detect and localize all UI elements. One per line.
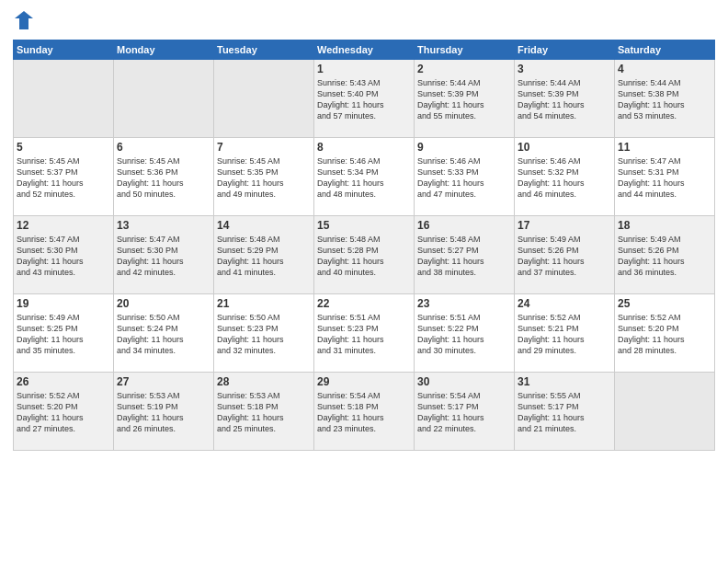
calendar-cell: 13Sunrise: 5:47 AM Sunset: 5:30 PM Dayli… xyxy=(114,215,214,293)
cell-info: Sunrise: 5:51 AM Sunset: 5:23 PM Dayligh… xyxy=(317,312,411,357)
calendar-cell: 29Sunrise: 5:54 AM Sunset: 5:18 PM Dayli… xyxy=(314,372,415,450)
cell-info: Sunrise: 5:51 AM Sunset: 5:22 PM Dayligh… xyxy=(417,312,511,357)
day-number: 5 xyxy=(17,141,110,154)
day-number: 21 xyxy=(217,297,311,310)
day-number: 8 xyxy=(317,141,411,154)
calendar-cell: 22Sunrise: 5:51 AM Sunset: 5:23 PM Dayli… xyxy=(314,293,415,372)
day-number: 17 xyxy=(518,219,611,232)
day-number: 29 xyxy=(317,375,411,388)
logo-text xyxy=(13,9,33,36)
calendar-cell: 2Sunrise: 5:44 AM Sunset: 5:39 PM Daylig… xyxy=(415,59,515,137)
cell-info: Sunrise: 5:50 AM Sunset: 5:24 PM Dayligh… xyxy=(117,312,210,357)
calendar-table: SundayMondayTuesdayWednesdayThursdayFrid… xyxy=(13,40,715,451)
cell-info: Sunrise: 5:52 AM Sunset: 5:20 PM Dayligh… xyxy=(618,312,711,357)
day-number: 31 xyxy=(518,375,611,388)
calendar-cell: 23Sunrise: 5:51 AM Sunset: 5:22 PM Dayli… xyxy=(415,293,515,372)
cell-info: Sunrise: 5:47 AM Sunset: 5:30 PM Dayligh… xyxy=(17,234,110,279)
day-number: 4 xyxy=(618,63,711,75)
calendar-cell: 5Sunrise: 5:45 AM Sunset: 5:37 PM Daylig… xyxy=(14,137,114,215)
day-number: 22 xyxy=(317,297,411,310)
day-number: 24 xyxy=(518,297,611,310)
day-number: 2 xyxy=(417,63,511,75)
calendar-week-row: 26Sunrise: 5:52 AM Sunset: 5:20 PM Dayli… xyxy=(14,372,715,450)
cell-info: Sunrise: 5:50 AM Sunset: 5:23 PM Dayligh… xyxy=(217,312,311,357)
day-number: 28 xyxy=(217,375,311,388)
cell-info: Sunrise: 5:44 AM Sunset: 5:38 PM Dayligh… xyxy=(618,77,711,122)
day-number: 30 xyxy=(417,375,511,388)
cell-info: Sunrise: 5:44 AM Sunset: 5:39 PM Dayligh… xyxy=(518,77,611,122)
cell-info: Sunrise: 5:46 AM Sunset: 5:33 PM Dayligh… xyxy=(417,155,511,201)
weekday-header: Sunday xyxy=(14,40,114,59)
calendar-cell xyxy=(214,59,314,137)
calendar-cell: 9Sunrise: 5:46 AM Sunset: 5:33 PM Daylig… xyxy=(415,137,515,215)
day-number: 26 xyxy=(17,375,110,388)
day-number: 12 xyxy=(17,219,110,232)
calendar-cell: 15Sunrise: 5:48 AM Sunset: 5:28 PM Dayli… xyxy=(314,215,415,293)
logo-bird-icon xyxy=(15,9,33,31)
calendar-cell: 31Sunrise: 5:55 AM Sunset: 5:17 PM Dayli… xyxy=(515,372,615,450)
calendar-header-row: SundayMondayTuesdayWednesdayThursdayFrid… xyxy=(14,40,715,59)
day-number: 11 xyxy=(618,141,711,154)
cell-info: Sunrise: 5:46 AM Sunset: 5:34 PM Dayligh… xyxy=(317,155,411,201)
cell-info: Sunrise: 5:46 AM Sunset: 5:32 PM Dayligh… xyxy=(518,155,611,201)
calendar-cell xyxy=(615,372,715,450)
cell-info: Sunrise: 5:48 AM Sunset: 5:29 PM Dayligh… xyxy=(217,234,311,279)
calendar-cell: 14Sunrise: 5:48 AM Sunset: 5:29 PM Dayli… xyxy=(214,215,314,293)
calendar-cell: 11Sunrise: 5:47 AM Sunset: 5:31 PM Dayli… xyxy=(615,137,715,215)
calendar-cell: 28Sunrise: 5:53 AM Sunset: 5:18 PM Dayli… xyxy=(214,372,314,450)
cell-info: Sunrise: 5:52 AM Sunset: 5:21 PM Dayligh… xyxy=(518,312,611,357)
weekday-header: Saturday xyxy=(615,40,715,59)
day-number: 20 xyxy=(117,297,210,310)
calendar-week-row: 1Sunrise: 5:43 AM Sunset: 5:40 PM Daylig… xyxy=(14,59,715,137)
cell-info: Sunrise: 5:44 AM Sunset: 5:39 PM Dayligh… xyxy=(417,77,511,122)
cell-info: Sunrise: 5:43 AM Sunset: 5:40 PM Dayligh… xyxy=(317,77,411,122)
calendar-cell: 17Sunrise: 5:49 AM Sunset: 5:26 PM Dayli… xyxy=(515,215,615,293)
day-number: 10 xyxy=(518,141,611,154)
cell-info: Sunrise: 5:49 AM Sunset: 5:25 PM Dayligh… xyxy=(17,312,110,357)
weekday-header: Wednesday xyxy=(314,40,415,59)
calendar-cell: 26Sunrise: 5:52 AM Sunset: 5:20 PM Dayli… xyxy=(14,372,114,450)
day-number: 27 xyxy=(117,375,210,388)
weekday-header: Thursday xyxy=(415,40,515,59)
calendar-cell: 8Sunrise: 5:46 AM Sunset: 5:34 PM Daylig… xyxy=(314,137,415,215)
cell-info: Sunrise: 5:49 AM Sunset: 5:26 PM Dayligh… xyxy=(518,234,611,279)
calendar-cell: 6Sunrise: 5:45 AM Sunset: 5:36 PM Daylig… xyxy=(114,137,214,215)
day-number: 23 xyxy=(417,297,511,310)
weekday-header: Monday xyxy=(114,40,214,59)
calendar-cell: 21Sunrise: 5:50 AM Sunset: 5:23 PM Dayli… xyxy=(214,293,314,372)
calendar-cell: 10Sunrise: 5:46 AM Sunset: 5:32 PM Dayli… xyxy=(515,137,615,215)
cell-info: Sunrise: 5:47 AM Sunset: 5:30 PM Dayligh… xyxy=(117,234,210,279)
day-number: 19 xyxy=(17,297,110,310)
cell-info: Sunrise: 5:54 AM Sunset: 5:18 PM Dayligh… xyxy=(317,390,411,435)
day-number: 3 xyxy=(518,63,611,75)
calendar-cell: 27Sunrise: 5:53 AM Sunset: 5:19 PM Dayli… xyxy=(114,372,214,450)
calendar-cell xyxy=(14,59,114,137)
weekday-header: Tuesday xyxy=(214,40,314,59)
calendar-cell: 24Sunrise: 5:52 AM Sunset: 5:21 PM Dayli… xyxy=(515,293,615,372)
calendar-cell: 30Sunrise: 5:54 AM Sunset: 5:17 PM Dayli… xyxy=(415,372,515,450)
calendar-cell: 12Sunrise: 5:47 AM Sunset: 5:30 PM Dayli… xyxy=(14,215,114,293)
calendar-week-row: 5Sunrise: 5:45 AM Sunset: 5:37 PM Daylig… xyxy=(14,137,715,215)
day-number: 14 xyxy=(217,219,311,232)
calendar-cell: 4Sunrise: 5:44 AM Sunset: 5:38 PM Daylig… xyxy=(615,59,715,137)
cell-info: Sunrise: 5:55 AM Sunset: 5:17 PM Dayligh… xyxy=(518,390,611,435)
cell-info: Sunrise: 5:48 AM Sunset: 5:28 PM Dayligh… xyxy=(317,234,411,279)
day-number: 25 xyxy=(618,297,711,310)
day-number: 13 xyxy=(117,219,210,232)
day-number: 16 xyxy=(417,219,511,232)
day-number: 6 xyxy=(117,141,210,154)
cell-info: Sunrise: 5:54 AM Sunset: 5:17 PM Dayligh… xyxy=(417,390,511,435)
day-number: 7 xyxy=(217,141,311,154)
calendar-cell: 19Sunrise: 5:49 AM Sunset: 5:25 PM Dayli… xyxy=(14,293,114,372)
day-number: 15 xyxy=(317,219,411,232)
page-container: SundayMondayTuesdayWednesdayThursdayFrid… xyxy=(0,0,728,460)
calendar-week-row: 12Sunrise: 5:47 AM Sunset: 5:30 PM Dayli… xyxy=(14,215,715,293)
day-number: 1 xyxy=(317,63,411,75)
calendar-cell: 18Sunrise: 5:49 AM Sunset: 5:26 PM Dayli… xyxy=(615,215,715,293)
calendar-cell: 25Sunrise: 5:52 AM Sunset: 5:20 PM Dayli… xyxy=(615,293,715,372)
cell-info: Sunrise: 5:45 AM Sunset: 5:37 PM Dayligh… xyxy=(17,155,110,201)
calendar-cell: 20Sunrise: 5:50 AM Sunset: 5:24 PM Dayli… xyxy=(114,293,214,372)
cell-info: Sunrise: 5:53 AM Sunset: 5:18 PM Dayligh… xyxy=(217,390,311,435)
cell-info: Sunrise: 5:48 AM Sunset: 5:27 PM Dayligh… xyxy=(417,234,511,279)
calendar-cell: 3Sunrise: 5:44 AM Sunset: 5:39 PM Daylig… xyxy=(515,59,615,137)
